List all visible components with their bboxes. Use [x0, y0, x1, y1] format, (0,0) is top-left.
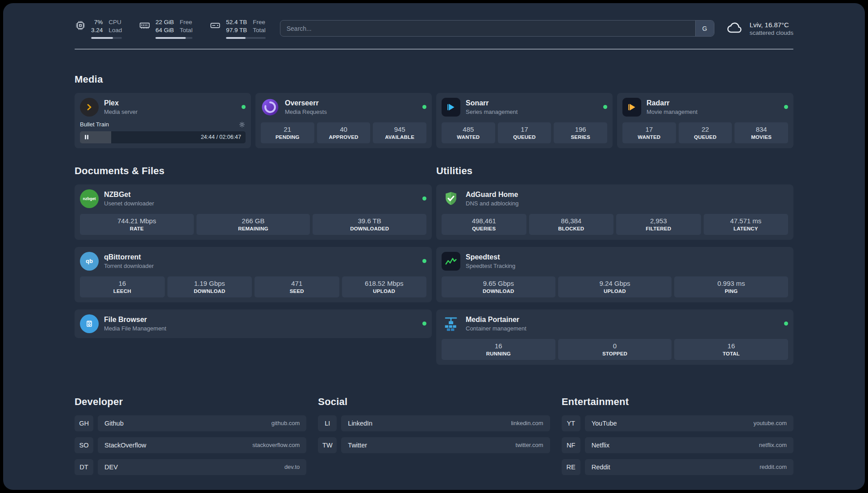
stat-tile-approved: 40 APPROVED — [317, 122, 371, 143]
weather-widget[interactable]: Lviv, 16.87°C scattered clouds — [726, 19, 793, 38]
stat-value: 834 — [736, 125, 786, 133]
overseerr-icon — [261, 98, 280, 117]
bookmark-github[interactable]: GH Github github.com — [75, 415, 306, 431]
service-card-speedtest[interactable]: Speedtest Speedtest Tracking 9.65 Gbps D… — [436, 247, 793, 302]
service-card-nzbget[interactable]: nzbget NZBGet Usenet downloader 744.21 M… — [75, 184, 432, 240]
stat-value: 945 — [375, 125, 425, 133]
bookmark-linkedin[interactable]: LI LinkedIn linkedin.com — [318, 415, 550, 431]
radarr-icon — [622, 98, 641, 117]
stat-value: 9.65 Gbps — [443, 280, 554, 287]
status-dot — [784, 105, 788, 109]
stat-value: 471 — [256, 280, 338, 287]
stat-value: 744.21 Mbps — [82, 217, 192, 225]
portainer-icon — [442, 314, 460, 333]
memory-progress-bar — [155, 37, 192, 39]
stat-tile-series: 196 SERIES — [554, 122, 607, 143]
stat-value: 2,953 — [618, 217, 699, 225]
nzbget-icon: nzbget — [80, 189, 99, 208]
disk-progress-bar — [226, 37, 266, 39]
stat-tile-seed: 471 SEED — [255, 276, 339, 297]
stat-value: 21 — [263, 125, 313, 133]
service-title-portainer: Media Portainer — [466, 316, 775, 324]
stat-label: APPROVED — [319, 134, 369, 140]
topbar-divider — [75, 49, 793, 50]
cpu-icon — [75, 20, 86, 31]
stat-label: UPLOAD — [344, 288, 425, 294]
stat-value: 485 — [443, 125, 493, 133]
service-card-filebrowser[interactable]: File Browser Media File Management — [75, 309, 432, 338]
stat-tile-downloaded: 39.6 TB DOWNLOADED — [313, 214, 426, 235]
status-dot — [422, 196, 426, 201]
bookmark-reddit[interactable]: RE Reddit reddit.com — [562, 459, 793, 475]
memory-icon — [139, 20, 150, 31]
stat-value: 0.993 ms — [676, 280, 786, 287]
section-title-social: Social — [318, 396, 550, 408]
stat-value: 1.19 Gbps — [169, 280, 250, 287]
pause-icon[interactable] — [84, 134, 89, 140]
section-entertainment: Entertainment YT YouTube youtube.com NF … — [562, 396, 793, 481]
stat-label: TOTAL — [676, 351, 786, 356]
playback-progress-bar[interactable]: 24:44 / 02:06:47 — [80, 131, 246, 143]
disk-total-value: 97.9 TB — [226, 26, 247, 34]
stat-label: PENDING — [263, 134, 313, 140]
bookmark-abbr: GH — [75, 415, 93, 431]
service-title-adguard: AdGuard Home — [466, 191, 788, 199]
stat-tile-rate: 744.21 Mbps RATE — [80, 214, 194, 235]
service-card-radarr[interactable]: Radarr Movie management 17 WANTED 22 QUE… — [617, 93, 793, 148]
stat-tile-available: 945 AVAILABLE — [373, 122, 426, 143]
search-input[interactable] — [280, 25, 695, 32]
service-subtitle-nzbget: Usenet downloader — [104, 200, 413, 207]
service-subtitle-radarr: Movie management — [647, 109, 775, 115]
bookmark-twitter[interactable]: TW Twitter twitter.com — [318, 437, 550, 453]
bookmark-name: Twitter — [348, 442, 367, 449]
bookmark-dev[interactable]: DT DEV dev.to — [75, 459, 306, 475]
service-subtitle-adguard: DNS and adblocking — [466, 200, 788, 207]
adguard-icon — [442, 189, 460, 208]
disk-free-value: 52.4 TB — [226, 18, 247, 26]
service-card-sonarr[interactable]: Sonarr Series management 485 WANTED 17 Q… — [436, 93, 613, 148]
search-provider-button[interactable]: G — [695, 21, 714, 36]
service-card-plex[interactable]: Plex Media server Bullet Train — [75, 93, 251, 148]
stat-tile-pending: 21 PENDING — [261, 122, 314, 143]
search-bar: G — [280, 20, 714, 37]
stat-label: LATENCY — [705, 226, 787, 231]
bookmark-youtube[interactable]: YT YouTube youtube.com — [562, 415, 793, 431]
bookmark-url: dev.to — [284, 464, 300, 470]
dashboard-screen: 7% 3.24 CPU Load — [3, 3, 865, 490]
stat-label: STOPPED — [560, 351, 670, 356]
service-title-qbittorrent: qBittorrent — [104, 253, 413, 261]
stat-tile-ping: 0.993 ms PING — [674, 276, 788, 297]
service-card-overseerr[interactable]: Overseerr Media Requests 21 PENDING 40 A… — [255, 93, 432, 148]
service-subtitle-overseerr: Media Requests — [285, 109, 413, 115]
gear-icon[interactable] — [238, 121, 246, 128]
weather-condition: scattered clouds — [750, 29, 793, 36]
service-card-adguard[interactable]: AdGuard Home DNS and adblocking 498,461 … — [436, 184, 793, 240]
bookmark-netflix[interactable]: NF Netflix netflix.com — [562, 437, 793, 453]
section-title-entertainment: Entertainment — [562, 396, 793, 408]
bookmark-url: reddit.com — [760, 464, 787, 470]
disk-total-label: Total — [253, 26, 266, 34]
stat-label: DOWNLOAD — [443, 288, 554, 294]
bookmark-url: stackoverflow.com — [252, 442, 300, 448]
stat-label: PING — [676, 288, 786, 294]
section-media: Media Plex Media server Bullet Train — [75, 74, 793, 148]
disk-widget: 52.4 TB 97.9 TB Free Total — [209, 18, 266, 39]
section-developer: Developer GH Github github.com SO StackO… — [75, 396, 306, 481]
bookmark-stackoverflow[interactable]: SO StackOverflow stackoverflow.com — [75, 437, 306, 453]
status-dot — [422, 322, 426, 326]
service-card-portainer[interactable]: Media Portainer Container management 16 … — [436, 309, 793, 365]
now-playing-title: Bullet Train — [80, 121, 109, 128]
bookmark-abbr: LI — [318, 415, 337, 431]
stat-tile-stopped: 0 STOPPED — [558, 339, 672, 360]
bookmark-abbr: SO — [75, 437, 93, 453]
disk-free-label: Free — [253, 18, 266, 26]
service-card-qbittorrent[interactable]: qb qBittorrent Torrent downloader 16 LEE… — [75, 247, 432, 302]
bookmark-abbr: YT — [562, 415, 580, 431]
memory-widget: 22 GiB 64 GiB Free Total — [139, 18, 192, 39]
section-title-documents: Documents & Files — [75, 165, 432, 177]
bookmark-url: netflix.com — [759, 442, 787, 448]
stat-label: AVAILABLE — [375, 134, 425, 140]
stat-label: SEED — [256, 288, 338, 294]
stat-value: 266 GB — [198, 217, 309, 225]
bookmark-name: LinkedIn — [348, 420, 372, 427]
